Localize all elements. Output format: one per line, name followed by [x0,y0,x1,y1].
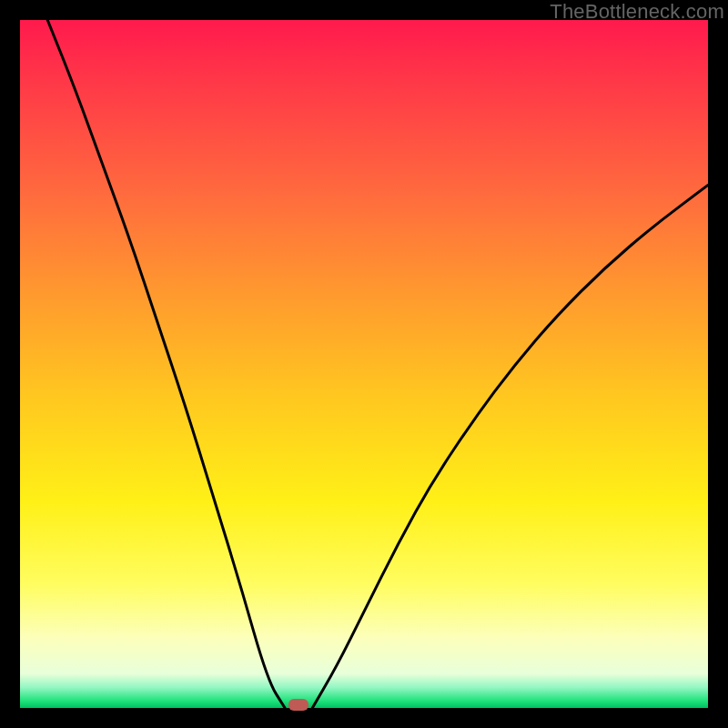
curve-right-branch [312,185,708,708]
chart-frame [20,20,708,708]
optimal-point-marker [288,699,308,711]
bottleneck-curve [20,20,708,708]
curve-left-branch [47,20,285,708]
